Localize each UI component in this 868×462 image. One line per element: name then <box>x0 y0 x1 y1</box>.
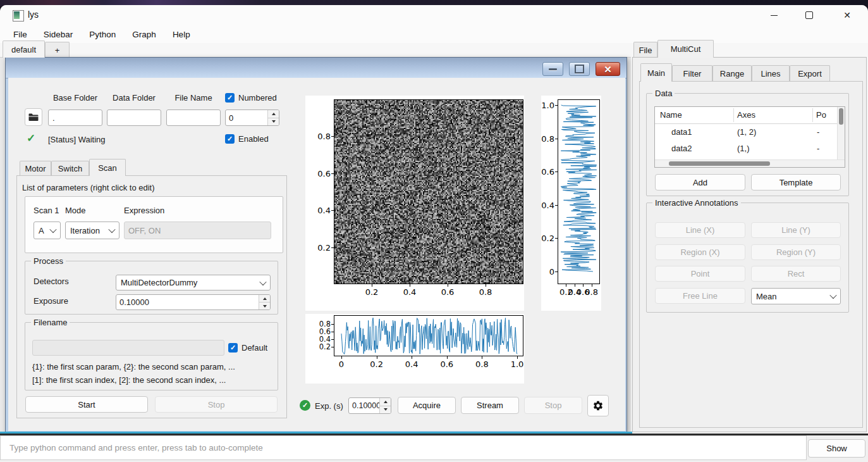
workspace-tab-add[interactable]: + <box>45 42 70 58</box>
acquire-button[interactable]: Acquire <box>398 397 456 414</box>
tab-filter[interactable]: Filter <box>672 65 712 82</box>
tick-mark <box>555 272 558 272</box>
tick-mark <box>331 173 334 174</box>
folder-icon <box>28 113 39 122</box>
scan1-expression-input[interactable]: OFF, ON <box>124 222 271 239</box>
filename-input[interactable] <box>32 340 224 356</box>
subwindow-maximize-button[interactable] <box>569 62 590 76</box>
data-folder-input[interactable] <box>107 109 161 126</box>
tab-export[interactable]: Export <box>790 65 830 82</box>
python-command-input[interactable]: Type python command and press enter, pre… <box>0 435 807 460</box>
open-folder-button[interactable] <box>25 108 42 126</box>
col-header-axes[interactable]: Axes <box>737 110 755 120</box>
exposure-spinbox[interactable]: 0.10000 <box>116 294 271 310</box>
exposure-spin-arrows[interactable] <box>259 295 270 309</box>
settings-button[interactable] <box>587 395 609 416</box>
vertical-scrollbar[interactable] <box>837 107 845 160</box>
add-tab-label: + <box>55 46 60 55</box>
detector-image-plot[interactable]: 0.80.60.40.20.20.40.60.8 <box>305 96 524 311</box>
status-text: [Status] Waiting <box>48 135 106 144</box>
tick-label: 0.8 <box>479 287 492 297</box>
tab-range[interactable]: Range <box>712 65 752 82</box>
vline-canvas[interactable] <box>558 100 599 284</box>
region-x-button[interactable]: Region (X) <box>655 244 745 260</box>
tick-label: 0.4 <box>403 287 417 297</box>
maximize-button[interactable] <box>795 5 824 25</box>
exposure-seconds-spinbox[interactable]: 0.10000 <box>348 397 391 414</box>
show-button[interactable]: Show <box>808 439 865 458</box>
title-bar: lys ✕ <box>0 5 868 25</box>
table-row-po[interactable]: - <box>817 127 819 137</box>
horizontal-profile-plot[interactable]: 0.80.60.40.200.20.40.60.81.0 <box>305 314 524 384</box>
region-y-label: Region (Y) <box>776 247 816 257</box>
chevron-down-icon <box>108 226 115 233</box>
point-button[interactable]: Point <box>655 266 745 282</box>
scan1-axis-combo[interactable]: A <box>34 222 61 239</box>
tab-scan[interactable]: Scan <box>89 159 126 176</box>
table-row-name[interactable]: data1 <box>671 127 692 137</box>
template-button[interactable]: Template <box>751 174 841 190</box>
tab-motor[interactable]: Motor <box>20 161 51 175</box>
workspace-tab-default[interactable]: default <box>3 41 45 58</box>
tick-label: 0.6 <box>317 168 331 178</box>
file-name-input[interactable] <box>166 109 221 126</box>
tab-main[interactable]: Main <box>640 63 672 82</box>
minimize-button[interactable] <box>759 5 788 25</box>
stream-button[interactable]: Stream <box>461 397 519 414</box>
menu-help[interactable]: Help <box>164 28 199 41</box>
vertical-profile-plot[interactable]: 1.00.80.60.40.200.20.40.60.8 <box>541 96 601 311</box>
right-tab-file[interactable]: File <box>633 42 657 58</box>
close-button[interactable]: ✕ <box>833 5 862 25</box>
stop-button[interactable]: Stop <box>155 396 278 413</box>
line-x-button[interactable]: Line (X) <box>655 222 745 238</box>
data-table[interactable]: Name Axes Po data1 (1, 2) - data2 (1,) - <box>654 106 845 168</box>
table-row-axes[interactable]: (1, 2) <box>737 127 756 137</box>
acquisition-stop-button[interactable]: Stop <box>524 397 582 414</box>
table-row-name[interactable]: data2 <box>671 144 692 153</box>
subwindow-close-button[interactable]: ✕ <box>596 62 620 76</box>
right-tab-multicut[interactable]: MultiCut <box>657 40 714 58</box>
enabled-checkbox-row: ✓ Enabled <box>225 134 269 144</box>
add-button[interactable]: Add <box>655 174 745 190</box>
scan1-mode-combo[interactable]: Iteration <box>65 222 119 239</box>
number-spinbox[interactable]: 0 <box>225 109 279 126</box>
col-header-po[interactable]: Po <box>816 110 826 120</box>
tick-mark <box>482 356 482 359</box>
tab-switch[interactable]: Switch <box>51 161 89 175</box>
hline-canvas[interactable] <box>334 316 523 356</box>
subwindow-content: Base Folder Data Folder File Name ✓ Numb… <box>8 78 625 431</box>
region-y-button[interactable]: Region (Y) <box>751 244 841 260</box>
table-row-po[interactable]: - <box>817 144 819 153</box>
detectors-combo[interactable]: MultiDetectorDummy <box>116 275 271 290</box>
default-checkbox[interactable]: ✓ <box>228 343 238 353</box>
vertical-scrollbar-thumb[interactable] <box>839 108 843 125</box>
tick-mark <box>555 172 558 172</box>
exp-spin-arrows[interactable] <box>379 398 391 413</box>
rect-button[interactable]: Rect <box>751 266 841 282</box>
number-spin-arrows[interactable] <box>267 110 279 125</box>
menu-file[interactable]: File <box>5 28 35 41</box>
tab-lines[interactable]: Lines <box>752 65 790 82</box>
mean-combo[interactable]: Mean <box>751 288 841 304</box>
menu-sidebar[interactable]: Sidebar <box>35 28 82 41</box>
numbered-checkbox[interactable]: ✓ <box>225 93 235 103</box>
subwindow-minimize-button[interactable] <box>542 62 563 76</box>
table-row-axes[interactable]: (1,) <box>737 144 750 153</box>
start-button[interactable]: Start <box>25 396 148 413</box>
chevron-down-icon <box>829 292 836 299</box>
free-line-button[interactable]: Free Line <box>655 288 745 304</box>
noise-image-canvas[interactable] <box>334 100 523 284</box>
base-folder-input[interactable]: . <box>48 109 102 126</box>
enabled-checkbox[interactable]: ✓ <box>225 134 235 144</box>
command-placeholder: Type python command and press enter, pre… <box>9 443 263 453</box>
menu-graph[interactable]: Graph <box>124 28 164 41</box>
horizontal-scrollbar[interactable] <box>655 159 845 167</box>
tick-mark <box>555 139 558 139</box>
horizontal-scrollbar-thumb[interactable] <box>669 161 770 166</box>
start-label: Start <box>78 400 95 409</box>
col-header-name[interactable]: Name <box>660 110 682 120</box>
subwindow-titlebar[interactable]: ✕ <box>6 58 627 78</box>
menu-python[interactable]: Python <box>81 28 124 41</box>
enabled-label: Enabled <box>238 134 269 144</box>
line-y-button[interactable]: Line (Y) <box>751 222 841 238</box>
